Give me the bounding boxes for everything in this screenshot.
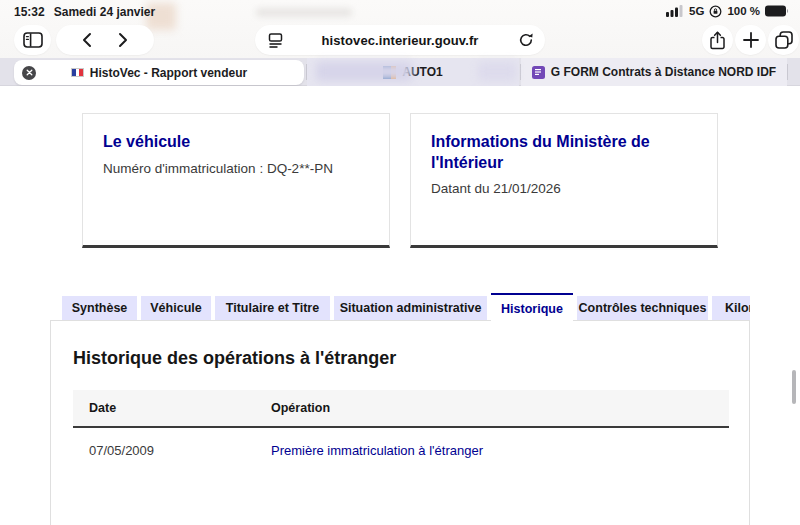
plus-icon <box>743 32 759 48</box>
share-icon <box>710 31 725 50</box>
report-tab-situation-administrative[interactable]: Situation administrative <box>334 296 487 320</box>
tab-label: Véhicule <box>150 301 201 315</box>
operation-link[interactable]: Première immatriculation à l'étranger <box>271 443 483 458</box>
forward-button[interactable] <box>118 32 129 48</box>
tab-separator <box>787 64 788 80</box>
sidebar-toggle-button[interactable] <box>14 25 51 55</box>
tab-panel-historique: Historique des opérations à l'étranger D… <box>50 320 750 525</box>
tab-title: G FORM Contrats à Distance NORD IDF <box>551 65 776 79</box>
blurred-tab-ghost <box>478 62 516 81</box>
share-button[interactable] <box>702 25 733 55</box>
url-text: histovec.interieur.gouv.fr <box>322 33 479 48</box>
card-body: Numéro d'immatriculation : DQ-2**-PN <box>103 161 369 176</box>
tab-overview-button[interactable] <box>768 25 799 55</box>
address-bar[interactable]: histovec.interieur.gouv.fr <box>255 25 545 55</box>
vehicle-card: Le véhicule Numéro d'immatriculation : D… <box>82 113 390 248</box>
histovec-page: Le véhicule Numéro d'immatriculation : D… <box>0 86 800 525</box>
google-form-favicon-icon <box>532 66 545 79</box>
table-row: 07/05/2009 Première immatriculation à l'… <box>73 428 729 472</box>
cell-date: 07/05/2009 <box>73 443 271 458</box>
tabs-icon <box>775 31 793 49</box>
column-header-operation: Opération <box>271 401 729 415</box>
battery-icon <box>765 5 790 17</box>
french-flag-favicon-icon <box>71 68 84 77</box>
history-table: Date Opération 07/05/2009 Première immat… <box>73 390 729 472</box>
report-tab-synthese[interactable]: Synthèse <box>62 296 137 320</box>
sidebar-icon <box>23 32 43 48</box>
report-tab-titulaire-et-titre[interactable]: Titulaire et Titre <box>215 296 330 320</box>
blurred-tab-ghost <box>316 62 412 81</box>
tab-separator <box>306 64 307 80</box>
reload-button[interactable] <box>518 32 534 48</box>
tab-label: Situation administrative <box>340 301 482 315</box>
status-bar-right: 5G 100 % <box>666 4 790 18</box>
history-nav-group <box>56 25 154 55</box>
browser-tab-histovec-active[interactable]: HistoVec - Rapport vendeur <box>14 60 304 85</box>
tab-label: Historique <box>501 302 563 316</box>
report-tab-vehicule[interactable]: Véhicule <box>141 296 211 320</box>
ministry-info-card: Informations du Ministère de l'Intérieur… <box>410 113 718 248</box>
back-button[interactable] <box>81 32 92 48</box>
page-settings-icon[interactable] <box>268 33 283 48</box>
status-bar-left: 15:32 Samedi 24 janvier <box>14 5 155 19</box>
blurred-background-text <box>256 8 352 17</box>
report-tab-controles-techniques[interactable]: Contrôles techniques <box>577 296 708 320</box>
close-tab-button[interactable] <box>22 66 36 80</box>
network-type: 5G <box>689 5 704 17</box>
page-scrollbar-thumb[interactable] <box>792 370 796 404</box>
section-heading: Historique des opérations à l'étranger <box>73 348 396 369</box>
card-body: Datant du 21/01/2026 <box>431 181 697 196</box>
ipad-safari-screen: 15:32 Samedi 24 janvier 5G 100 <box>0 0 800 525</box>
report-tab-kilometrage-clipped[interactable]: Kilométrage <box>712 296 750 320</box>
browser-tab-gform[interactable]: G FORM Contrats à Distance NORD IDF <box>521 58 787 86</box>
orientation-lock-icon <box>709 5 722 18</box>
tab-label: Contrôles techniques <box>579 301 707 315</box>
tab-label: Synthèse <box>72 301 128 315</box>
clock: 15:32 <box>14 5 45 19</box>
status-date: Samedi 24 janvier <box>54 5 155 19</box>
tab-title: HistoVec - Rapport vendeur <box>90 66 247 80</box>
browser-chrome: 15:32 Samedi 24 janvier 5G 100 <box>0 0 800 58</box>
tab-separator <box>520 64 521 80</box>
tab-label: Kilométrage <box>725 301 750 315</box>
column-header-date: Date <box>73 401 271 415</box>
table-header-row: Date Opération <box>73 390 729 428</box>
tab-label: Titulaire et Titre <box>226 301 319 315</box>
battery-percent: 100 % <box>727 5 760 17</box>
card-title: Le véhicule <box>103 131 369 152</box>
card-title: Informations du Ministère de l'Intérieur <box>431 131 697 173</box>
cellular-signal-icon <box>666 5 684 17</box>
report-tab-historique-active[interactable]: Historique <box>491 293 573 323</box>
new-tab-button[interactable] <box>735 25 766 55</box>
